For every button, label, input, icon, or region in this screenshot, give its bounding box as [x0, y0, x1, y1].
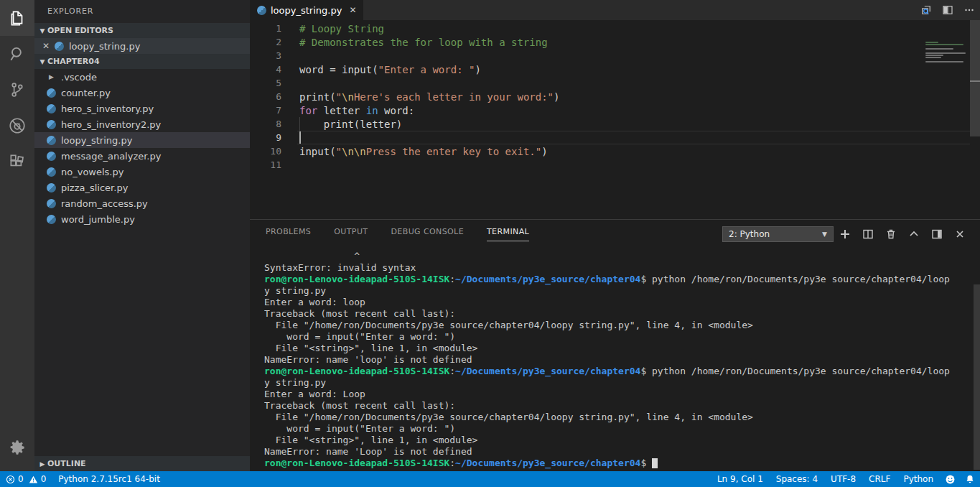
line-number: 7	[250, 105, 281, 116]
source-control-icon[interactable]	[0, 72, 34, 108]
text-cursor	[299, 131, 301, 144]
code-line[interactable]: 6print("\nHere's each letter in your wor…	[250, 90, 980, 103]
terminal-line: ^	[264, 251, 966, 262]
debug-icon[interactable]	[0, 108, 34, 144]
panel-actions: 2: Python ▼	[722, 225, 971, 244]
close-icon[interactable]: ✕	[40, 41, 52, 51]
code-line[interactable]: 1# Loopy String	[250, 22, 980, 35]
close-panel-icon[interactable]	[948, 225, 971, 244]
file-tree-item[interactable]: counter.py	[34, 85, 250, 101]
file-tree-item[interactable]: word_jumble.py	[34, 211, 250, 227]
code-line[interactable]: 4word = input("Enter a word: ")	[250, 62, 980, 76]
split-editor-icon[interactable]	[937, 0, 958, 20]
status-bar: 0 0 Python 2.7.15rc1 64-bit Ln 9, Col 1 …	[0, 471, 980, 487]
tab-terminal[interactable]: TERMINAL	[487, 227, 529, 241]
code-line[interactable]: 11	[250, 158, 980, 172]
language-mode[interactable]: Python	[897, 471, 940, 487]
open-editor-item[interactable]: ✕ loopy_string.py	[34, 38, 250, 54]
more-actions-icon[interactable]	[958, 0, 980, 20]
chevron-right-icon: ▶	[47, 73, 56, 80]
open-editors-header[interactable]: ▼ OPEN EDITORS	[34, 23, 250, 38]
file-tree-item[interactable]: loopy_string.py	[34, 132, 250, 148]
panel-header: PROBLEMS OUTPUT DEBUG CONSOLE TERMINAL 2…	[250, 220, 980, 249]
file-label: word_jumble.py	[61, 214, 135, 225]
problems-status[interactable]: 0 0	[0, 471, 52, 487]
code-line[interactable]: 7for letter in word:	[250, 103, 980, 117]
terminal-line: word = input("Enter a word: ")	[264, 423, 966, 435]
new-terminal-icon[interactable]	[834, 225, 857, 244]
code-line[interactable]: 10input("\n\nPress the enter key to exit…	[250, 144, 980, 158]
code-line[interactable]: 3	[250, 49, 980, 62]
line-number: 4	[250, 64, 281, 75]
code-line[interactable]: 5	[250, 76, 980, 90]
file-tree-item[interactable]: pizza_slicer.py	[34, 180, 250, 195]
python-icon	[47, 167, 56, 177]
editor-scrollbar[interactable]	[970, 20, 980, 136]
chevron-down-icon: ▼	[37, 27, 47, 34]
python-interpreter[interactable]: Python 2.7.15rc1 64-bit	[52, 471, 167, 487]
code-line[interactable]: 9	[250, 131, 980, 144]
code-text: # Demonstrates the for loop with a strin…	[281, 37, 548, 48]
feedback-smiley-icon[interactable]	[940, 471, 960, 487]
search-icon[interactable]	[0, 36, 34, 72]
python-icon	[47, 199, 56, 208]
code-text: print("\nHere's each letter in your word…	[281, 91, 559, 103]
code-text: for letter in word:	[281, 105, 414, 116]
file-tree-item[interactable]: hero_s_inventory2.py	[34, 116, 250, 132]
file-label: counter.py	[61, 88, 111, 98]
eol-sequence[interactable]: CRLF	[862, 471, 897, 487]
file-label: hero_s_inventory2.py	[61, 119, 161, 130]
terminal-output[interactable]: ^SyntaxError: invalid syntaxron@ron-Leno…	[264, 251, 966, 471]
code-line[interactable]: 8 print(letter)	[250, 117, 980, 131]
code-line[interactable]: 2# Demonstrates the for loop with a stri…	[250, 35, 980, 49]
file-label: .vscode	[61, 72, 97, 83]
tab-loopy-string[interactable]: loopy_string.py ✕	[250, 0, 363, 20]
python-icon	[47, 152, 56, 161]
file-tree-item[interactable]: random_access.py	[34, 195, 250, 211]
file-label: message_analyzer.py	[61, 151, 161, 162]
line-number: 1	[250, 23, 281, 34]
terminal-selector[interactable]: 2: Python ▼	[722, 226, 834, 242]
code-editor[interactable]: 1# Loopy String2# Demonstrates the for l…	[250, 20, 980, 219]
outline-header[interactable]: ▶ OUTLINE	[34, 456, 250, 471]
file-label: pizza_slicer.py	[61, 182, 128, 193]
settings-gear-icon[interactable]	[0, 430, 34, 465]
split-terminal-icon[interactable]	[857, 225, 879, 244]
kill-terminal-icon[interactable]	[879, 225, 902, 244]
terminal-scrollbar[interactable]	[974, 284, 980, 470]
tab-problems[interactable]: PROBLEMS	[266, 227, 311, 241]
extensions-icon[interactable]	[0, 144, 34, 180]
terminal-line: SyntaxError: invalid syntax	[264, 262, 966, 274]
terminal-line: y string.py	[264, 285, 966, 297]
file-label: random_access.py	[61, 198, 148, 209]
editor-lines: 1# Loopy String2# Demonstrates the for l…	[250, 20, 980, 172]
file-tree-item[interactable]: message_analyzer.py	[34, 148, 250, 164]
cursor-position[interactable]: Ln 9, Col 1	[711, 471, 770, 487]
indent-guide	[299, 117, 300, 131]
notifications-bell-icon[interactable]	[960, 471, 980, 487]
minimap[interactable]	[925, 42, 969, 65]
terminal-line: File "<string>", line 1, in <module>	[264, 343, 966, 354]
open-editor-label: loopy_string.py	[69, 41, 140, 52]
python-icon	[257, 6, 266, 15]
code-text: # Loopy String	[281, 23, 384, 34]
file-tree-item[interactable]: no_vowels.py	[34, 164, 250, 180]
indentation[interactable]: Spaces: 4	[770, 471, 824, 487]
folder-section-header[interactable]: ▼ CHAPTER04	[34, 54, 250, 69]
tab-debug-console[interactable]: DEBUG CONSOLE	[391, 227, 464, 241]
file-tree-item[interactable]: hero_s_inventory.py	[34, 101, 250, 116]
file-label: hero_s_inventory.py	[61, 103, 154, 114]
terminal-line: File "<string>", line 1, in <module>	[264, 435, 966, 446]
terminal-line: ron@ron-Lenovo-ideapad-510S-14ISK:~/Docu…	[264, 458, 966, 469]
tab-output[interactable]: OUTPUT	[334, 227, 368, 241]
close-icon[interactable]: ✕	[349, 5, 356, 15]
maximize-panel-icon[interactable]	[902, 225, 925, 244]
open-preview-icon[interactable]	[915, 0, 937, 20]
toggle-panel-icon[interactable]	[925, 225, 948, 244]
chevron-down-icon: ▼	[822, 231, 827, 238]
explorer-icon[interactable]	[0, 0, 34, 36]
file-tree-item[interactable]: ▶.vscode	[34, 69, 250, 85]
terminal-line: y string.py	[264, 377, 966, 389]
encoding[interactable]: UTF-8	[824, 471, 862, 487]
terminal-line: Traceback (most recent call last):	[264, 400, 966, 412]
